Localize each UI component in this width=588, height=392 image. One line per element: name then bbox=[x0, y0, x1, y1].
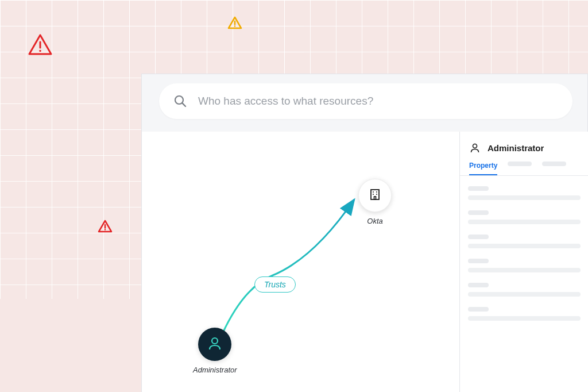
sidebar-header: Administrator bbox=[460, 132, 588, 162]
node-label: Okta bbox=[367, 217, 382, 225]
alert-triangle-icon bbox=[227, 16, 242, 32]
edge-label-text: Trusts bbox=[264, 280, 286, 289]
tab-property[interactable]: Property bbox=[469, 162, 497, 175]
property-row bbox=[468, 210, 581, 224]
graph-node-administrator[interactable]: Administrator bbox=[193, 328, 237, 374]
search-icon bbox=[173, 94, 188, 109]
alert-triangle-icon bbox=[98, 220, 113, 236]
property-row bbox=[468, 259, 581, 272]
graph-edge-arrow bbox=[142, 132, 460, 392]
svg-point-9 bbox=[212, 338, 218, 344]
svg-rect-10 bbox=[371, 190, 379, 199]
svg-line-7 bbox=[182, 103, 185, 106]
property-value-placeholder bbox=[468, 195, 581, 200]
property-label-placeholder bbox=[468, 186, 489, 191]
property-row bbox=[468, 307, 581, 321]
search-input[interactable] bbox=[198, 95, 559, 107]
sidebar-title: Administrator bbox=[488, 143, 544, 153]
user-icon bbox=[469, 142, 481, 153]
user-icon bbox=[207, 335, 223, 353]
property-row bbox=[468, 235, 581, 248]
property-value-placeholder bbox=[468, 244, 581, 248]
grid-background-top bbox=[0, 0, 588, 74]
property-label-placeholder bbox=[468, 307, 489, 312]
property-panel: Administrator Property bbox=[460, 132, 588, 392]
property-label-placeholder bbox=[468, 235, 489, 239]
property-list bbox=[460, 176, 588, 337]
graph-canvas[interactable]: Trusts Administrator bbox=[142, 132, 460, 392]
graph-node-okta[interactable]: Okta bbox=[358, 179, 392, 225]
edge-label-trusts[interactable]: Trusts bbox=[254, 276, 296, 293]
svg-point-16 bbox=[473, 144, 477, 148]
sidebar-tabs: Property bbox=[460, 162, 588, 176]
search-bar[interactable] bbox=[159, 83, 572, 119]
alert-triangle-icon bbox=[28, 33, 53, 59]
property-value-placeholder bbox=[468, 268, 581, 272]
app-window: Trusts Administrator bbox=[141, 74, 588, 392]
tab-placeholder bbox=[542, 162, 566, 166]
property-value-placeholder bbox=[468, 220, 581, 224]
svg-point-5 bbox=[105, 229, 106, 230]
svg-rect-15 bbox=[374, 197, 376, 199]
property-row bbox=[468, 283, 581, 297]
svg-point-1 bbox=[39, 50, 41, 52]
building-icon bbox=[368, 187, 382, 204]
svg-point-3 bbox=[234, 25, 235, 26]
tab-placeholder bbox=[508, 162, 532, 166]
property-value-placeholder bbox=[468, 316, 581, 321]
property-label-placeholder bbox=[468, 259, 489, 263]
node-label: Administrator bbox=[193, 366, 237, 374]
property-label-placeholder bbox=[468, 210, 489, 215]
property-label-placeholder bbox=[468, 283, 489, 287]
property-value-placeholder bbox=[468, 292, 581, 297]
property-row bbox=[468, 186, 581, 200]
